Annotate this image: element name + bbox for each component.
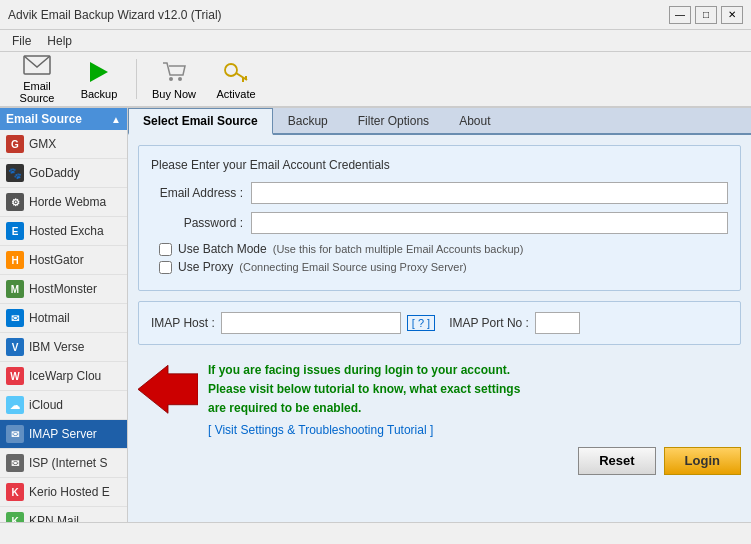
sidebar-item-hostgator[interactable]: H HostGator xyxy=(0,246,127,275)
sidebar-item-imap-server[interactable]: ✉ IMAP Server xyxy=(0,420,127,449)
cart-icon xyxy=(160,58,188,86)
window-title: Advik Email Backup Wizard v12.0 (Trial) xyxy=(8,8,222,22)
sidebar-item-hotmail[interactable]: ✉ Hotmail xyxy=(0,304,127,333)
hostgator-icon: H xyxy=(6,251,24,269)
backup-icon xyxy=(85,58,113,86)
toolbar-activate-button[interactable]: Activate xyxy=(207,55,265,103)
sidebar-item-hotmail-label: Hotmail xyxy=(29,311,70,325)
tab-backup[interactable]: Backup xyxy=(273,108,343,135)
godaddy-icon: 🐾 xyxy=(6,164,24,182)
info-main-text: If you are facing issues during login to… xyxy=(208,361,520,419)
toolbar-backup-label: Backup xyxy=(81,88,118,100)
toolbar: Email Source Backup Buy Now xyxy=(0,52,751,108)
sidebar-item-hostmonster-label: HostMonster xyxy=(29,282,97,296)
key-icon xyxy=(222,58,250,86)
email-input[interactable] xyxy=(251,182,728,204)
batch-mode-desc: (Use this for batch multiple Email Accou… xyxy=(273,243,524,255)
action-buttons: Reset Login xyxy=(138,447,741,475)
toolbar-buy-now-button[interactable]: Buy Now xyxy=(145,55,203,103)
form-title: Please Enter your Email Account Credenti… xyxy=(151,158,728,172)
sidebar-item-icewarp[interactable]: W IceWarp Clou xyxy=(0,362,127,391)
maximize-button[interactable]: □ xyxy=(695,6,717,24)
imap-host-row: IMAP Host : [ ? ] IMAP Port No : 993 xyxy=(151,312,728,334)
password-input[interactable] xyxy=(251,212,728,234)
sidebar-scroll-up[interactable]: ▲ xyxy=(111,114,121,125)
imap-host-label: IMAP Host : xyxy=(151,316,215,330)
email-row: Email Address : xyxy=(151,182,728,204)
imap-help-button[interactable]: [ ? ] xyxy=(407,315,435,331)
imap-port-label: IMAP Port No : xyxy=(449,316,529,330)
email-source-icon xyxy=(23,54,51,78)
imap-port-input[interactable]: 993 xyxy=(535,312,580,334)
menu-help[interactable]: Help xyxy=(39,32,80,50)
proxy-label: Use Proxy xyxy=(178,260,233,274)
tab-bar: Select Email Source Backup Filter Option… xyxy=(128,108,751,135)
sidebar-header-label: Email Source xyxy=(6,112,82,126)
reset-button[interactable]: Reset xyxy=(578,447,655,475)
menu-file[interactable]: File xyxy=(4,32,39,50)
sidebar-item-imap-label: IMAP Server xyxy=(29,427,97,441)
sidebar-item-hosted-exchange[interactable]: E Hosted Excha xyxy=(0,217,127,246)
sidebar: Email Source ▲ G GMX 🐾 GoDaddy ⚙ Horde W… xyxy=(0,108,128,522)
sidebar-item-isp[interactable]: ✉ ISP (Internet S xyxy=(0,449,127,478)
batch-mode-row: Use Batch Mode (Use this for batch multi… xyxy=(159,242,728,256)
credentials-form: Please Enter your Email Account Credenti… xyxy=(138,145,741,291)
sidebar-item-kpn-mail[interactable]: K KPN Mail xyxy=(0,507,127,522)
toolbar-backup-button[interactable]: Backup xyxy=(70,55,128,103)
info-text-block: If you are facing issues during login to… xyxy=(208,361,520,437)
svg-point-3 xyxy=(178,77,182,81)
menu-bar: File Help xyxy=(0,30,751,52)
hosted-exchange-icon: E xyxy=(6,222,24,240)
kpn-mail-icon: K xyxy=(6,512,24,522)
proxy-row: Use Proxy (Connecting Email Source using… xyxy=(159,260,728,274)
sidebar-item-isp-label: ISP (Internet S xyxy=(29,456,108,470)
sidebar-item-ibm-verse-label: IBM Verse xyxy=(29,340,84,354)
gmx-icon: G xyxy=(6,135,24,153)
toolbar-activate-label: Activate xyxy=(216,88,255,100)
ibm-verse-icon: V xyxy=(6,338,24,356)
svg-point-2 xyxy=(169,77,173,81)
sidebar-item-icloud-label: iCloud xyxy=(29,398,63,412)
toolbar-email-source-button[interactable]: Email Source xyxy=(8,55,66,103)
sidebar-item-gmx-label: GMX xyxy=(29,137,56,151)
troubleshooting-link[interactable]: [ Visit Settings & Troubleshooting Tutor… xyxy=(208,423,433,437)
hostmonster-icon: M xyxy=(6,280,24,298)
tab-filter-options[interactable]: Filter Options xyxy=(343,108,444,135)
sidebar-item-kpn-mail-label: KPN Mail xyxy=(29,514,79,522)
email-label: Email Address : xyxy=(151,186,251,200)
imap-server-icon: ✉ xyxy=(6,425,24,443)
title-bar: Advik Email Backup Wizard v12.0 (Trial) … xyxy=(0,0,751,30)
sidebar-item-kerio[interactable]: K Kerio Hosted E xyxy=(0,478,127,507)
sidebar-item-hosted-exchange-label: Hosted Excha xyxy=(29,224,104,238)
toolbar-separator xyxy=(136,59,137,99)
arrow-icon xyxy=(138,361,198,421)
sidebar-item-ibm-verse[interactable]: V IBM Verse xyxy=(0,333,127,362)
horde-icon: ⚙ xyxy=(6,193,24,211)
sidebar-item-kerio-label: Kerio Hosted E xyxy=(29,485,110,499)
svg-point-4 xyxy=(225,64,237,76)
password-label: Password : xyxy=(151,216,251,230)
proxy-desc: (Connecting Email Source using Proxy Ser… xyxy=(239,261,466,273)
sidebar-item-horde-label: Horde Webma xyxy=(29,195,106,209)
sidebar-item-godaddy[interactable]: 🐾 GoDaddy xyxy=(0,159,127,188)
proxy-checkbox[interactable] xyxy=(159,261,172,274)
minimize-button[interactable]: — xyxy=(669,6,691,24)
sidebar-item-hostmonster[interactable]: M HostMonster xyxy=(0,275,127,304)
close-button[interactable]: ✕ xyxy=(721,6,743,24)
sidebar-item-gmx[interactable]: G GMX xyxy=(0,130,127,159)
main-layout: Email Source ▲ G GMX 🐾 GoDaddy ⚙ Horde W… xyxy=(0,108,751,522)
login-button[interactable]: Login xyxy=(664,447,741,475)
batch-mode-checkbox[interactable] xyxy=(159,243,172,256)
tab-about[interactable]: About xyxy=(444,108,505,135)
isp-icon: ✉ xyxy=(6,454,24,472)
svg-marker-8 xyxy=(138,365,198,413)
svg-marker-1 xyxy=(90,62,108,82)
status-bar xyxy=(0,522,751,544)
batch-mode-label: Use Batch Mode xyxy=(178,242,267,256)
icewarp-icon: W xyxy=(6,367,24,385)
sidebar-item-horde[interactable]: ⚙ Horde Webma xyxy=(0,188,127,217)
imap-host-input[interactable] xyxy=(221,312,401,334)
tab-select-email-source[interactable]: Select Email Source xyxy=(128,108,273,135)
info-area: If you are facing issues during login to… xyxy=(138,361,741,437)
sidebar-item-icloud[interactable]: ☁ iCloud xyxy=(0,391,127,420)
